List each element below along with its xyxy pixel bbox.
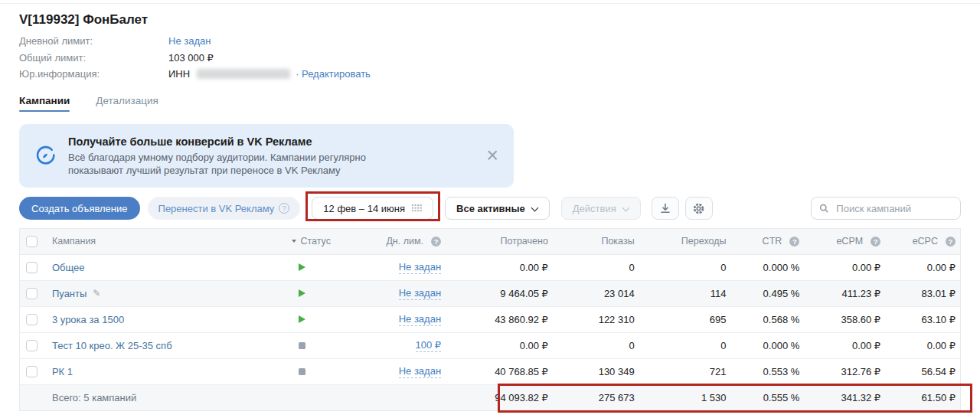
settings-button[interactable] — [685, 197, 713, 220]
row-checkbox[interactable] — [26, 314, 38, 325]
legal-info-row: Юр.информация: ИНН · Редактировать — [19, 66, 961, 83]
column-header-daily-limit[interactable]: Дн. лим. ? — [354, 229, 446, 254]
totals-label: Всего: 5 кампаний — [20, 385, 446, 410]
help-icon: ? — [789, 237, 799, 247]
ecpm-cell: 358.60 ₽ — [804, 307, 885, 332]
spent-cell: 0.00 ₽ — [446, 333, 553, 358]
daily-limit-label: Дневной лимит: — [19, 35, 168, 47]
date-range-button[interactable]: 12 фев – 14 июня — [312, 197, 433, 220]
total-limit-label: Общий лимит: — [19, 52, 168, 64]
campaign-link[interactable]: 3 урока за 1500 — [52, 314, 124, 325]
search-box[interactable] — [811, 197, 961, 220]
toolbar: Создать объявление Перенести в VK Реклам… — [19, 197, 961, 220]
chevron-down-icon — [622, 204, 629, 211]
page-title: V[119932] ФонБалет — [19, 12, 961, 28]
totals-ctr: 0.555 % — [730, 385, 804, 410]
help-icon: ? — [871, 237, 880, 247]
download-icon — [659, 202, 671, 214]
spent-cell: 9 464.05 ₽ — [446, 281, 553, 306]
table-row: Пуанты ✎ Не задан 9 464.05 ₽ 23 014 114 … — [20, 281, 960, 307]
column-header-impressions[interactable]: Показы — [553, 229, 639, 254]
table-row: Тест 10 крео. Ж 25-35 спб 100 ₽ 0.00 ₽ 0… — [20, 333, 960, 359]
actions-dropdown[interactable]: Действия — [561, 197, 641, 220]
top-divider — [0, 0, 980, 4]
banner-title: Получайте больше конверсий в VK Рекламе — [68, 135, 468, 149]
impressions-cell: 122 310 — [553, 307, 639, 332]
export-button[interactable] — [652, 197, 679, 220]
table-body: Общее Не задан 0.00 ₽ 0 0 0.000 % 0.00 ₽… — [20, 255, 960, 385]
banner-text: Всё благодаря умному подбору аудитории. … — [68, 151, 422, 177]
ecpm-cell: 312.76 ₽ — [804, 359, 885, 384]
account-info: Дневной лимит: Не задан Общий лимит: 103… — [19, 33, 961, 83]
status-stopped-icon — [299, 368, 305, 375]
daily-limit-link[interactable]: Не задан — [399, 365, 441, 378]
totals-ecpm: 341.32 ₽ — [804, 385, 885, 410]
row-checkbox[interactable] — [26, 262, 38, 273]
clicks-cell: 0 — [639, 333, 731, 358]
column-header-status[interactable]: Статус — [289, 229, 354, 254]
column-header-ecpm[interactable]: eCPM ? — [804, 229, 885, 254]
vk-ads-logo-icon — [35, 145, 56, 166]
ecpc-cell: 83.01 ₽ — [885, 281, 960, 306]
table-header-row: Кампания Статус Дн. лим. ? Потрачено Пок… — [20, 229, 960, 255]
campaign-link[interactable]: Тест 10 крео. Ж 25-35 спб — [52, 340, 172, 351]
ecpc-cell: 0.00 ₽ — [885, 255, 960, 280]
search-icon — [819, 203, 828, 214]
row-checkbox[interactable] — [26, 366, 38, 377]
ecpc-cell: 63.10 ₽ — [885, 307, 960, 332]
edit-link[interactable]: · Редактировать — [296, 68, 371, 80]
daily-limit-row: Дневной лимит: Не задан — [19, 33, 961, 50]
search-input[interactable] — [835, 202, 952, 215]
edit-pencil-icon[interactable]: ✎ — [93, 288, 100, 299]
impressions-cell: 130 349 — [553, 359, 639, 384]
spent-cell: 43 860.92 ₽ — [446, 307, 553, 332]
column-header-ctr[interactable]: CTR ? — [730, 229, 804, 254]
daily-limit-link[interactable]: Не задан — [399, 287, 441, 300]
ecpm-cell: 0.00 ₽ — [804, 333, 885, 358]
daily-limit-link[interactable]: Не задан — [399, 313, 441, 326]
daily-limit-link[interactable]: 100 ₽ — [416, 339, 442, 352]
ctr-cell: 0.000 % — [730, 255, 804, 280]
ctr-cell: 0.553 % — [730, 359, 804, 384]
status-running-icon — [299, 289, 305, 297]
campaign-link[interactable]: Пуанты — [52, 288, 87, 299]
totals-row: Всего: 5 кампаний 94 093.82 ₽ 275 673 1 … — [20, 385, 960, 411]
ecpm-cell: 0.00 ₽ — [804, 255, 885, 280]
inn-label: ИНН — [168, 68, 190, 80]
select-all-checkbox[interactable] — [26, 236, 38, 247]
column-header-ecpc[interactable]: eCPC ? — [885, 229, 960, 254]
impressions-cell: 23 014 — [553, 281, 639, 306]
totals-ecpc: 61.50 ₽ — [885, 385, 960, 410]
campaign-link[interactable]: РК 1 — [52, 366, 73, 377]
help-icon: ? — [279, 203, 289, 214]
tab-campaigns[interactable]: Кампании — [19, 95, 70, 112]
create-ad-button[interactable]: Создать объявление — [19, 197, 140, 220]
row-checkbox[interactable] — [26, 340, 38, 351]
transfer-to-vk-ads-button[interactable]: Перенести в VK Рекламу ? — [148, 197, 301, 220]
close-icon[interactable]: × — [486, 145, 498, 166]
status-running-icon — [299, 315, 305, 323]
total-limit-row: Общий лимит: 103 000 ₽ — [19, 50, 961, 67]
total-limit-value: 103 000 ₽ — [168, 52, 214, 64]
daily-limit-value[interactable]: Не задан — [168, 35, 211, 47]
ecpc-cell: 56.54 ₽ — [885, 359, 960, 384]
impressions-cell: 0 — [553, 255, 639, 280]
status-filter-dropdown[interactable]: Все активные — [445, 197, 550, 220]
help-icon: ? — [946, 237, 956, 247]
daily-limit-link[interactable]: Не задан — [399, 261, 441, 274]
calendar-grid-icon — [412, 204, 422, 213]
ecpm-cell: 411.23 ₽ — [804, 281, 885, 306]
campaign-link[interactable]: Общее — [52, 262, 85, 273]
status-stopped-icon — [299, 342, 305, 349]
row-checkbox[interactable] — [26, 288, 38, 299]
column-header-spent[interactable]: Потрачено — [446, 229, 553, 254]
column-header-clicks[interactable]: Переходы — [639, 229, 731, 254]
ctr-cell: 0.000 % — [730, 333, 804, 358]
tabs: Кампании Детализация — [19, 95, 961, 112]
inn-redacted-value — [197, 69, 290, 79]
clicks-cell: 695 — [639, 307, 731, 332]
chevron-down-icon — [531, 204, 538, 211]
tab-details[interactable]: Детализация — [96, 95, 158, 112]
column-header-campaign[interactable]: Кампания — [52, 229, 289, 254]
sort-caret-icon — [292, 240, 296, 243]
